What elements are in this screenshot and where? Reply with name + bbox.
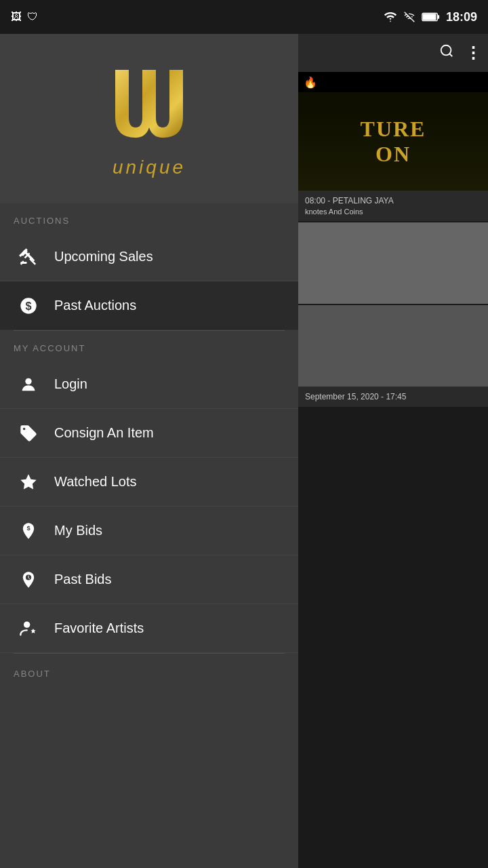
auction1-content: 🔥 TURE ON — [298, 72, 488, 191]
svg-rect-3 — [20, 262, 26, 264]
auction1-on-text: ON — [375, 142, 411, 167]
sidebar-item-past-bids[interactable]: Past Bids — [0, 555, 298, 604]
card-2-image — [298, 222, 488, 304]
card-1-title: knotes And Coins — [305, 208, 481, 216]
status-bar-left: 🖼 🛡 — [11, 11, 38, 23]
my-bids-label: My Bids — [54, 523, 102, 538]
shield-icon: 🛡 — [27, 11, 38, 23]
svg-point-10 — [24, 621, 30, 627]
auction1-body: TURE ON — [298, 92, 488, 191]
sidebar-item-my-bids[interactable]: $ My Bids — [0, 507, 298, 555]
dollar-circle-icon: $ — [14, 291, 43, 321]
auction-card-1[interactable]: 🔥 TURE ON 08:00 - PETALING JAYA knotes A… — [298, 72, 488, 221]
flame-icon: 🔥 — [304, 76, 317, 89]
card-3-info: September 15, 2020 - 17:45 — [298, 387, 488, 407]
svg-point-11 — [441, 45, 451, 56]
gavel-icon — [14, 242, 43, 272]
section-about-header: ABOUT — [0, 656, 298, 686]
card-3-image — [298, 305, 488, 387]
sidebar-item-login[interactable]: Login — [0, 360, 298, 409]
main-content: ⋮ 🔥 TURE ON 08:00 - PETALING JAYA knotes… — [298, 34, 488, 868]
logo-text: unique — [113, 157, 186, 178]
status-bar: 🖼 🛡 18:09 — [0, 0, 488, 34]
signal-icon — [403, 12, 416, 22]
svg-point-7 — [23, 427, 26, 430]
sidebar-item-upcoming-sales[interactable]: Upcoming Sales — [0, 233, 298, 281]
card-1-image: 🔥 TURE ON — [298, 72, 488, 191]
auction-card-3[interactable]: September 15, 2020 - 17:45 — [298, 305, 488, 407]
favorite-artists-label: Favorite Artists — [54, 620, 144, 636]
sidebar-item-watched-lots[interactable]: Watched Lots — [0, 458, 298, 507]
watched-lots-label: Watched Lots — [54, 474, 137, 490]
sidebar-item-past-auctions[interactable]: $ Past Auctions — [0, 281, 298, 330]
clock-pin-icon — [14, 565, 43, 595]
tag-icon — [14, 418, 43, 448]
status-bar-right: 18:09 — [384, 10, 477, 24]
auction1-top: 🔥 — [298, 72, 488, 92]
app-logo — [105, 63, 193, 151]
section-about: ABOUT — [0, 654, 298, 686]
photo-icon: 🖼 — [11, 11, 22, 23]
sidebar-item-favorite-artists[interactable]: Favorite Artists — [0, 604, 298, 653]
consign-item-label: Consign An Item — [54, 425, 154, 441]
past-auctions-label: Past Auctions — [54, 298, 136, 313]
login-label: Login — [54, 376, 87, 392]
wifi-icon — [384, 12, 397, 22]
card-1-time: 08:00 - PETALING JAYA — [305, 196, 481, 205]
svg-rect-1 — [437, 15, 439, 19]
person-icon — [14, 370, 43, 399]
section-auctions-header: AUCTIONS — [0, 203, 298, 233]
person-star-icon — [14, 614, 43, 644]
section-myaccount-header: MY ACCOUNT — [0, 331, 298, 360]
main-layout: unique AUCTIONS Upcoming Sales — [0, 34, 488, 868]
sidebar-item-consign-item[interactable]: Consign An Item — [0, 409, 298, 458]
dollar-pin-icon: $ — [14, 516, 43, 546]
more-options-icon[interactable]: ⋮ — [465, 43, 481, 62]
past-bids-label: Past Bids — [54, 572, 111, 587]
upcoming-sales-label: Upcoming Sales — [54, 249, 153, 264]
svg-text:$: $ — [25, 299, 31, 311]
logo-area: unique — [0, 34, 298, 203]
top-bar: ⋮ — [298, 34, 488, 72]
search-icon[interactable] — [439, 43, 454, 62]
nav-drawer: unique AUCTIONS Upcoming Sales — [0, 34, 298, 868]
status-time: 18:09 — [446, 10, 477, 24]
svg-text:$: $ — [26, 524, 30, 531]
card-1-info: 08:00 - PETALING JAYA knotes And Coins — [298, 191, 488, 221]
auction-card-2[interactable] — [298, 222, 488, 304]
auction1-ture-text: TURE — [361, 117, 426, 142]
card-3-time: September 15, 2020 - 17:45 — [305, 392, 481, 401]
svg-rect-2 — [423, 14, 436, 20]
battery-icon — [422, 12, 441, 22]
star-icon — [14, 467, 43, 497]
svg-point-6 — [25, 378, 31, 384]
